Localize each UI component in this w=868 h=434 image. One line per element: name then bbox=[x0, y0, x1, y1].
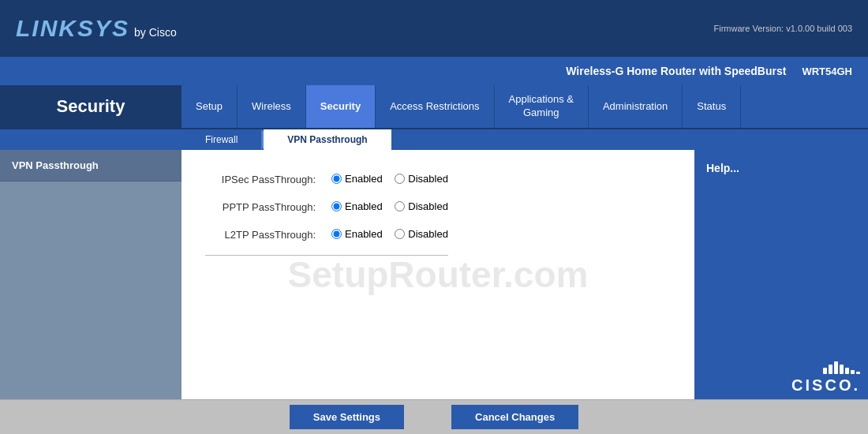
ipsec-disabled-text: Disabled bbox=[408, 173, 448, 185]
ipsec-disabled-label[interactable]: Disabled bbox=[395, 173, 448, 185]
tab-status[interactable]: Status bbox=[683, 85, 741, 128]
l2tp-enabled-text: Enabled bbox=[345, 228, 383, 240]
l2tp-controls: Enabled Disabled bbox=[331, 221, 448, 249]
pptp-disabled-label[interactable]: Disabled bbox=[395, 200, 448, 212]
logo: LINKSYSby Cisco bbox=[16, 15, 177, 42]
page-wrapper: LINKSYSby Cisco Firmware Version: v1.0.0… bbox=[0, 0, 868, 434]
tab-administration[interactable]: Administration bbox=[589, 85, 683, 128]
l2tp-disabled-radio[interactable] bbox=[395, 229, 405, 239]
l2tp-disabled-label[interactable]: Disabled bbox=[395, 228, 448, 240]
l2tp-label: L2TP PassThrough: bbox=[205, 221, 331, 249]
pptp-enabled-text: Enabled bbox=[345, 200, 383, 212]
sub-tabs-bar: Firewall VPN Passthrough bbox=[0, 128, 868, 150]
nav-row: Security Setup Wireless Security Access … bbox=[0, 85, 868, 128]
tab-security[interactable]: Security bbox=[306, 85, 376, 128]
cancel-changes-button[interactable]: Cancel Changes bbox=[451, 405, 578, 429]
tab-wireless[interactable]: Wireless bbox=[238, 85, 306, 128]
l2tp-row: L2TP PassThrough: Enabled Disabled bbox=[205, 221, 448, 249]
tab-applications-gaming[interactable]: Applications &Gaming bbox=[495, 85, 589, 128]
ipsec-enabled-text: Enabled bbox=[345, 173, 383, 185]
logo-by: by Cisco bbox=[134, 26, 177, 39]
l2tp-disabled-text: Disabled bbox=[408, 228, 448, 240]
cisco-logo-area: CISCO. bbox=[791, 361, 860, 395]
pptp-enabled-radio[interactable] bbox=[331, 201, 342, 211]
help-panel: Help... CISCO. bbox=[694, 150, 868, 399]
sidebar: VPN Passthrough bbox=[0, 150, 181, 399]
tab-access-restrictions[interactable]: Access Restrictions bbox=[376, 85, 494, 128]
bottom-bar: Save Settings Cancel Changes bbox=[0, 399, 868, 434]
ipsec-controls: Enabled Disabled bbox=[331, 166, 448, 193]
section-title: Security bbox=[57, 96, 125, 117]
cisco-bars bbox=[823, 361, 860, 374]
ipsec-row: IPSec PassThrough: Enabled Disabled bbox=[205, 166, 448, 193]
product-bar: Wireless-G Home Router with SpeedBurst W… bbox=[0, 57, 868, 85]
pptp-disabled-radio[interactable] bbox=[395, 201, 405, 211]
firmware-version: Firmware Version: v1.0.00 build 003 bbox=[714, 24, 852, 33]
vpn-form: IPSec PassThrough: Enabled Disabled PPTP… bbox=[205, 166, 448, 256]
pptp-label: PPTP PassThrough: bbox=[205, 193, 331, 221]
ipsec-enabled-radio[interactable] bbox=[331, 174, 342, 184]
pptp-enabled-label[interactable]: Enabled bbox=[331, 200, 383, 212]
pptp-row: PPTP PassThrough: Enabled Disabled bbox=[205, 193, 448, 221]
content-row: VPN Passthrough SetupRouter.com IPSec Pa… bbox=[0, 150, 868, 399]
pptp-disabled-text: Disabled bbox=[408, 200, 448, 212]
logo-linksys: LINKSYS bbox=[16, 15, 129, 41]
ipsec-label: IPSec PassThrough: bbox=[205, 166, 331, 193]
ipsec-disabled-radio[interactable] bbox=[395, 174, 405, 184]
divider-row bbox=[205, 249, 448, 256]
product-name: Wireless-G Home Router with SpeedBurst bbox=[566, 65, 786, 77]
watermark: SetupRouter.com bbox=[288, 253, 589, 296]
sidebar-item-vpn-passthrough[interactable]: VPN Passthrough bbox=[0, 150, 181, 181]
ipsec-enabled-label[interactable]: Enabled bbox=[331, 173, 383, 185]
content-area-wrapper: VPN Passthrough SetupRouter.com IPSec Pa… bbox=[0, 150, 868, 434]
tabs-container: Setup Wireless Security Access Restricti… bbox=[181, 85, 868, 128]
help-title: Help... bbox=[706, 162, 856, 174]
main-content: SetupRouter.com IPSec PassThrough: Enabl… bbox=[181, 150, 694, 399]
cisco-text: CISCO. bbox=[791, 376, 860, 395]
sub-tab-firewall[interactable]: Firewall bbox=[181, 129, 262, 150]
tab-setup[interactable]: Setup bbox=[181, 85, 238, 128]
header: LINKSYSby Cisco Firmware Version: v1.0.0… bbox=[0, 0, 868, 57]
pptp-controls: Enabled Disabled bbox=[331, 193, 448, 221]
save-settings-button[interactable]: Save Settings bbox=[290, 405, 404, 429]
l2tp-enabled-radio[interactable] bbox=[331, 229, 342, 239]
sub-tab-vpn-passthrough[interactable]: VPN Passthrough bbox=[264, 129, 391, 150]
l2tp-enabled-label[interactable]: Enabled bbox=[331, 228, 383, 240]
section-label: Security bbox=[0, 85, 181, 128]
product-model: WRT54GH bbox=[802, 65, 852, 77]
